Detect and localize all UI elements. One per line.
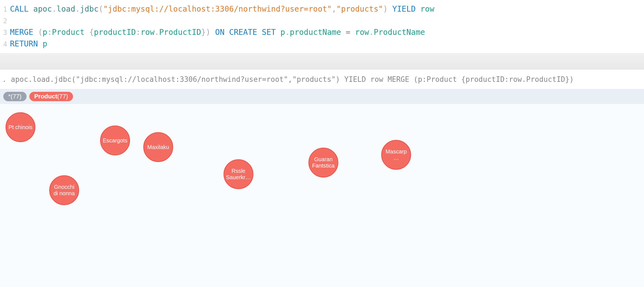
pill-count: (77) bbox=[11, 93, 22, 100]
node-label: Pt chinois bbox=[9, 124, 33, 131]
node-label: Maxilaku bbox=[147, 144, 169, 150]
result-query-summary: . apoc.load.jdbc("jdbc:mysql://localhost… bbox=[0, 70, 644, 89]
graph-visualization[interactable]: Pt chinoisEscargotsMaxilakuRssle Sauerkr… bbox=[0, 104, 644, 287]
query-editor[interactable]: 1CALL apoc.load.jdbc("jdbc:mysql://local… bbox=[0, 0, 644, 53]
line-number: 3 bbox=[2, 28, 7, 38]
code-line[interactable]: 3MERGE (p:Product {productID:row.Product… bbox=[2, 27, 644, 38]
code-content[interactable]: MERGE (p:Product {productID:row.ProductI… bbox=[10, 27, 425, 38]
node-label: Guaran Fantstica bbox=[310, 156, 336, 169]
node-label: Mascarp… bbox=[383, 148, 409, 161]
graph-node[interactable]: Pt chinois bbox=[6, 112, 35, 142]
line-number: 2 bbox=[2, 16, 7, 26]
filter-pill-all[interactable]: *(77) bbox=[3, 92, 27, 101]
code-line[interactable]: 2 bbox=[2, 15, 644, 27]
pill-label: Product bbox=[34, 93, 57, 100]
code-content[interactable] bbox=[10, 15, 15, 27]
node-label: Rssle Sauerkr… bbox=[225, 168, 251, 181]
code-content[interactable]: RETURN p bbox=[10, 38, 47, 50]
code-content[interactable]: CALL apoc.load.jdbc("jdbc:mysql://localh… bbox=[10, 3, 434, 15]
result-filter-bar: *(77) Product(77) bbox=[0, 89, 644, 104]
graph-node[interactable]: Escargots bbox=[100, 126, 130, 155]
pane-divider bbox=[0, 53, 644, 70]
line-number: 1 bbox=[2, 4, 7, 14]
graph-node[interactable]: Maxilaku bbox=[143, 132, 173, 162]
line-number: 4 bbox=[2, 39, 7, 49]
code-line[interactable]: 1CALL apoc.load.jdbc("jdbc:mysql://local… bbox=[2, 3, 644, 15]
node-label: Escargots bbox=[103, 137, 128, 144]
graph-node[interactable]: Guaran Fantstica bbox=[308, 148, 338, 178]
graph-node[interactable]: Gnocchi di nonna bbox=[49, 175, 79, 205]
graph-node[interactable]: Rssle Sauerkr… bbox=[224, 159, 253, 189]
graph-node[interactable]: Mascarp… bbox=[381, 140, 411, 170]
code-line[interactable]: 4RETURN p bbox=[2, 38, 644, 50]
node-label: Gnocchi di nonna bbox=[51, 184, 77, 197]
filter-pill-product[interactable]: Product(77) bbox=[29, 92, 73, 101]
pill-count: (77) bbox=[57, 93, 68, 100]
pill-label: * bbox=[8, 93, 11, 100]
